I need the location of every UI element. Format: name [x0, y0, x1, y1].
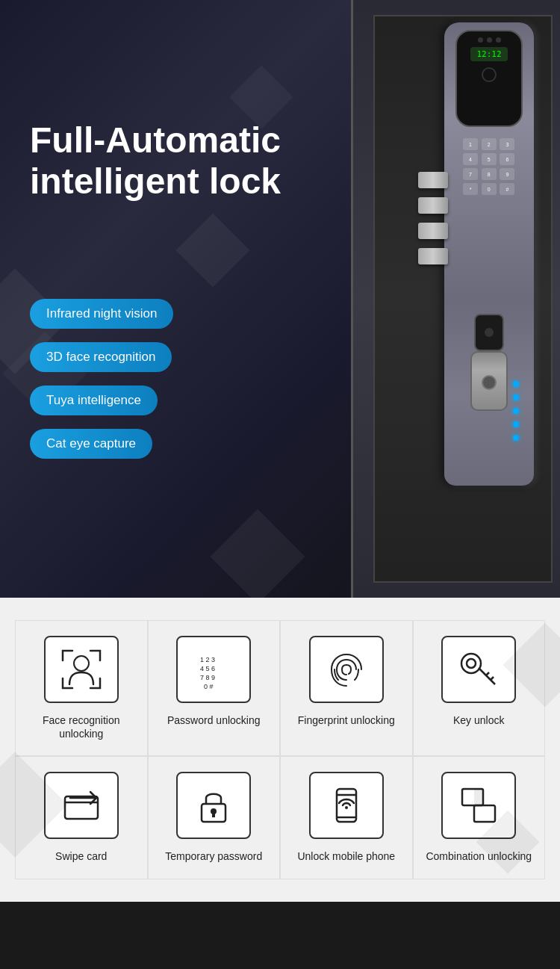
feature-unlock-phone: Unlock mobile phone — [280, 756, 413, 879]
features-grid-container: Face recognition unlocking 1 2 3 4 5 6 7… — [0, 598, 560, 902]
key-icon — [456, 647, 501, 692]
led-1 — [513, 381, 519, 387]
face-recognition-label: Face recognition unlocking — [23, 713, 140, 740]
temp-password-label: Temporary password — [165, 849, 262, 863]
svg-rect-10 — [65, 796, 98, 819]
led-strip — [513, 381, 519, 441]
key-9: 9 — [500, 168, 514, 180]
lock-body: 12:12 1 2 3 4 5 6 7 8 9 * 0 # — [444, 22, 534, 486]
led-3 — [513, 408, 519, 414]
feature-temp-password: Temporary password — [148, 756, 281, 879]
pill-tuya: Tuya intelligence — [30, 386, 158, 415]
svg-text:7  8  9: 7 8 9 — [200, 674, 215, 681]
features-grid: Face recognition unlocking 1 2 3 4 5 6 7… — [15, 620, 545, 879]
lock-display-time: 12:12 — [470, 47, 507, 61]
feature-password: 1 2 3 4 5 6 7 8 9 0 # Password unlocking — [148, 620, 281, 756]
key-7: 7 — [463, 168, 478, 180]
password-icon-box: 1 2 3 4 5 6 7 8 9 0 # — [176, 636, 251, 703]
feature-fingerprint: Fingerprint unlocking — [280, 620, 413, 756]
password-icon: 1 2 3 4 5 6 7 8 9 0 # — [191, 647, 236, 692]
key-0: 0 — [482, 183, 497, 195]
key-label: Key unlock — [453, 713, 504, 727]
lock-handle — [470, 351, 508, 411]
unlock-phone-icon — [324, 783, 369, 828]
key-5: 5 — [482, 153, 497, 165]
svg-line-8 — [486, 672, 489, 675]
lock-face: 12:12 — [455, 30, 523, 127]
lock-face-dots — [478, 37, 501, 43]
face-dot — [478, 37, 483, 43]
svg-point-6 — [467, 659, 476, 668]
temp-password-icon-box — [176, 772, 251, 839]
svg-text:0  #: 0 # — [204, 683, 214, 690]
key-1: 1 — [463, 138, 478, 150]
fingerprint-icon — [324, 647, 369, 692]
lock-camera — [482, 67, 497, 82]
key-star: * — [463, 183, 478, 195]
lock-illustration: 12:12 1 2 3 4 5 6 7 8 9 * 0 # — [291, 0, 560, 598]
feature-pills-list: Infrared night vision 3D face recognitio… — [30, 299, 173, 459]
hero-section: Full-Automatic intelligent lock Infrared… — [0, 0, 560, 598]
key-3: 3 — [500, 138, 514, 150]
face-recognition-icon-box — [44, 636, 119, 703]
svg-text:1  2  3: 1 2 3 — [200, 656, 215, 663]
face-recognition-icon — [59, 647, 104, 692]
bolt — [418, 197, 448, 214]
temp-password-icon — [191, 783, 236, 828]
svg-point-0 — [74, 656, 89, 671]
feature-face-recognition: Face recognition unlocking — [15, 620, 148, 756]
fingerprint-sensor — [474, 314, 504, 351]
svg-rect-15 — [212, 813, 215, 817]
bolt — [418, 248, 448, 264]
svg-rect-21 — [474, 805, 495, 822]
key-2: 2 — [482, 138, 497, 150]
features-section: Face recognition unlocking 1 2 3 4 5 6 7… — [0, 598, 560, 902]
pill-infrared: Infrared night vision — [30, 299, 173, 329]
pill-face: 3D face recognition — [30, 342, 172, 372]
handle-knob — [482, 375, 497, 390]
led-2 — [513, 394, 519, 400]
unlock-phone-label: Unlock mobile phone — [297, 849, 395, 863]
feature-key: Key unlock — [413, 620, 546, 756]
password-label: Password unlocking — [167, 713, 261, 727]
key-6: 6 — [500, 153, 514, 165]
bolt — [418, 223, 448, 239]
decorative-diamond — [176, 214, 250, 288]
led-4 — [513, 421, 519, 427]
feature-combination: Combination unlocking — [413, 756, 546, 879]
fingerprint-icon-box — [309, 636, 384, 703]
bolt-assembly — [418, 172, 448, 264]
face-dot — [496, 37, 501, 43]
swipe-card-label: Swipe card — [55, 849, 107, 863]
svg-line-7 — [479, 668, 495, 684]
fingerprint-label: Fingerprint unlocking — [298, 713, 395, 727]
sensor-dot — [485, 328, 494, 337]
svg-point-5 — [461, 654, 481, 673]
face-dot — [487, 37, 492, 43]
key-8: 8 — [482, 168, 497, 180]
key-hash: # — [500, 183, 514, 195]
hero-title: Full-Automatic intelligent lock — [30, 120, 281, 202]
led-5 — [513, 435, 519, 441]
svg-point-19 — [345, 806, 348, 809]
bolt — [418, 172, 448, 188]
key-icon-box — [441, 636, 516, 703]
svg-rect-22 — [474, 789, 483, 805]
key-4: 4 — [463, 153, 478, 165]
svg-text:4  5  6: 4 5 6 — [200, 665, 215, 672]
lock-keypad: 1 2 3 4 5 6 7 8 9 * 0 # — [463, 138, 515, 195]
pill-cateye: Cat eye capture — [30, 429, 152, 459]
svg-line-9 — [491, 677, 494, 680]
unlock-phone-icon-box — [309, 772, 384, 839]
combination-icon — [456, 783, 501, 828]
